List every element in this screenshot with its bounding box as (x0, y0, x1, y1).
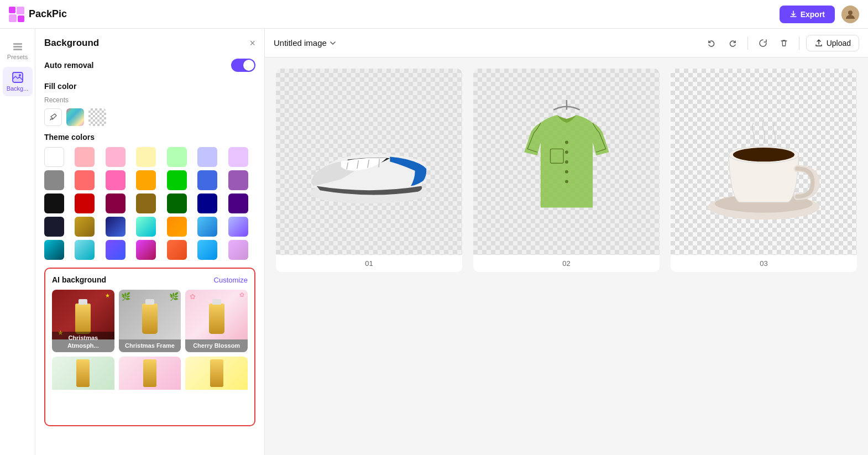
logo-icon (9, 7, 24, 22)
color-lavender[interactable] (197, 147, 217, 167)
recent-colors-row (44, 108, 255, 126)
canvas-item-03[interactable]: 03 (671, 69, 857, 272)
color-gradient-violet[interactable] (106, 240, 126, 260)
svg-point-10 (19, 74, 21, 76)
upload-icon (814, 39, 823, 48)
color-gradient-gold[interactable] (75, 217, 95, 237)
color-dark-green[interactable] (167, 193, 187, 213)
color-gradient-orange[interactable] (167, 217, 187, 237)
color-gradient-navy[interactable] (106, 217, 126, 237)
panel-header: Background × (44, 38, 255, 49)
color-brown[interactable] (136, 193, 156, 213)
color-gradient-orange-red[interactable] (167, 240, 187, 260)
color-navy[interactable] (197, 193, 217, 213)
color-near-black[interactable] (44, 193, 64, 213)
canvas-toolbar: Untitled image (265, 29, 868, 57)
eyedropper-icon (49, 113, 57, 122)
ai-item-christmas-frame[interactable]: 🌿 🌿 Christmas Frame (119, 290, 181, 352)
color-gradient-blue[interactable] (197, 217, 217, 237)
theme-colors-grid (44, 147, 255, 260)
svg-rect-7 (13, 49, 22, 50)
customize-button[interactable]: Customize (214, 276, 248, 284)
svg-rect-6 (13, 46, 22, 48)
svg-rect-5 (13, 43, 22, 45)
toolbar-divider-1 (747, 36, 748, 50)
export-button[interactable]: Export (780, 6, 835, 23)
auto-removal-toggle[interactable] (231, 59, 255, 72)
ai-title: AI background (52, 275, 106, 284)
color-gradient-lilac[interactable] (228, 240, 248, 260)
color-gradient-teal[interactable] (44, 240, 64, 260)
color-indigo[interactable] (228, 193, 248, 213)
color-gradient-aqua[interactable] (136, 217, 156, 237)
chevron-down-icon (329, 39, 337, 47)
upload-button[interactable]: Upload (806, 35, 859, 51)
auto-removal-label: Auto removal (44, 61, 93, 70)
redo-button[interactable] (724, 35, 741, 51)
sidebar: Presets Backg... (0, 29, 35, 455)
svg-rect-2 (9, 14, 17, 22)
ai-item-6[interactable] (185, 357, 248, 419)
color-red-dark[interactable] (75, 193, 95, 213)
avatar[interactable] (841, 6, 859, 23)
color-orange[interactable] (136, 170, 156, 190)
canvas-label-02: 02 (558, 255, 574, 272)
ai-items-grid: ★ ★ Christmas Atmosph... 🌿 🌿 Christmas F… (52, 290, 248, 419)
color-pink-mid[interactable] (106, 147, 126, 167)
color-red-mid[interactable] (75, 170, 95, 190)
svg-rect-0 (9, 7, 15, 13)
color-green[interactable] (167, 170, 187, 190)
color-white[interactable] (44, 147, 64, 167)
layers-icon (12, 40, 24, 52)
coffee-svg (694, 92, 834, 232)
sidebar-item-background[interactable]: Backg... (3, 67, 33, 96)
ai-item-cherry-blossom[interactable]: ✿ ✿ Cherry Blossom (185, 290, 248, 352)
color-maroon[interactable] (106, 193, 126, 213)
undo-icon (707, 38, 717, 48)
trash-icon (780, 39, 788, 48)
header-actions: Export (780, 6, 859, 23)
sneaker-svg (299, 92, 439, 232)
ai-background-section: AI background Customize ★ ★ Christmas At… (44, 268, 255, 426)
main-layout: Presets Backg... Background × Auto remov… (0, 29, 868, 455)
color-gradient-sky[interactable] (197, 240, 217, 260)
color-purple[interactable] (228, 170, 248, 190)
ai-header: AI background Customize (52, 275, 248, 284)
canvas-label-01: 01 (360, 255, 377, 272)
sidebar-item-presets[interactable]: Presets (3, 35, 33, 65)
svg-rect-1 (17, 7, 24, 14)
ai-item-label-christmas-atm: Christmas Atmosph... (52, 332, 114, 352)
undo-button[interactable] (703, 35, 720, 51)
color-gradient-cyan[interactable] (75, 240, 95, 260)
canvas-image-02 (473, 69, 660, 255)
ai-item-4[interactable] (52, 357, 114, 419)
ai-item-5[interactable] (119, 357, 181, 419)
color-pink-light[interactable] (75, 147, 95, 167)
transparent-swatch[interactable] (88, 108, 106, 126)
canvas-item-01[interactable]: 01 (276, 69, 462, 272)
color-yellow-light[interactable] (136, 147, 156, 167)
close-panel-button[interactable]: × (249, 38, 255, 48)
ai-item-label-christmas-frame: Christmas Frame (119, 339, 181, 352)
color-hotpink[interactable] (106, 170, 126, 190)
svg-point-18 (565, 150, 568, 154)
color-gradient-purple[interactable] (228, 217, 248, 237)
reset-button[interactable] (755, 35, 771, 51)
delete-button[interactable] (776, 35, 792, 51)
svg-point-17 (565, 140, 568, 144)
color-picker-button[interactable] (44, 108, 62, 126)
color-purple-light[interactable] (228, 147, 248, 167)
user-icon (844, 8, 857, 21)
ai-item-christmas-atm[interactable]: ★ ★ Christmas Atmosph... (52, 290, 114, 352)
color-dark-blue[interactable] (44, 217, 64, 237)
canvas-item-02[interactable]: 02 (473, 69, 660, 272)
export-icon (789, 11, 797, 18)
svg-rect-3 (18, 15, 24, 22)
color-blue[interactable] (197, 170, 217, 190)
svg-point-4 (848, 11, 853, 15)
color-gray[interactable] (44, 170, 64, 190)
gradient-color-swatch[interactable] (66, 108, 84, 126)
color-green-light[interactable] (167, 147, 187, 167)
color-gradient-magenta[interactable] (136, 240, 156, 260)
auto-removal-row: Auto removal (44, 59, 255, 72)
